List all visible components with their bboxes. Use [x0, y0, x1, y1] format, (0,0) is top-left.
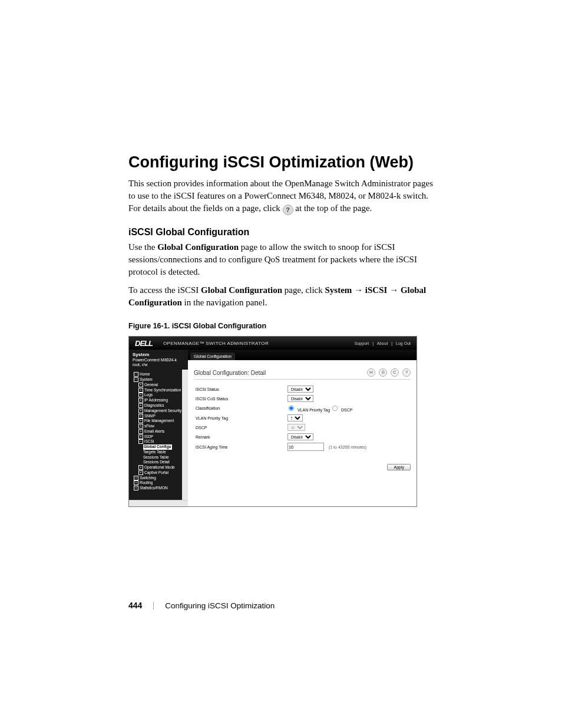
paragraph-1: Use the Global Configuration page to all…	[128, 241, 438, 278]
nav-item[interactable]: +sFlow	[131, 424, 181, 429]
label-cos-status: iSCSI CoS Status	[194, 394, 286, 403]
nav-item[interactable]: +SNMP	[131, 414, 181, 419]
link-support[interactable]: Support	[355, 341, 369, 345]
config-form: iSCSI Status Disable iSCSI CoS Status Di…	[194, 384, 411, 452]
radio-dscp[interactable]	[332, 406, 338, 411]
select-cos-status[interactable]: Disable	[287, 395, 313, 402]
nav-item[interactable]: +Diagnostics	[131, 403, 181, 409]
scrollbar-up[interactable]: ▴	[182, 370, 188, 374]
app-header: DELL OPENMANAGE™ SWITCH ADMINISTRATOR Su…	[129, 337, 416, 350]
help-icon: ?	[283, 205, 293, 215]
nav-item[interactable]: Sessions Detail	[131, 460, 181, 465]
screenshot: DELL OPENMANAGE™ SWITCH ADMINISTRATOR Su…	[128, 336, 417, 507]
nav-item[interactable]: −Home	[131, 372, 181, 377]
dell-logo: DELL	[135, 339, 153, 348]
page-heading: Configuring iSCSI Optimization (Web)	[128, 153, 438, 172]
select-iscsi-status[interactable]: Disable	[287, 386, 313, 393]
tab-bar: Global Configuration	[188, 350, 416, 360]
label-classification: Classification	[194, 403, 286, 413]
radio-vlan-priority[interactable]	[289, 406, 294, 411]
sidebar: System PowerConnect M8024-k root, r/w ▴ …	[129, 350, 188, 506]
scrollbar-horizontal[interactable]	[129, 500, 188, 506]
nav-item[interactable]: +Switching	[131, 476, 181, 481]
page-footer: 444 | Configuring iSCSI Optimization	[128, 601, 275, 610]
scrollbar-down[interactable]: ▾	[182, 495, 188, 500]
subheading: iSCSI Global Configuration	[128, 227, 438, 238]
link-about[interactable]: About	[377, 341, 388, 345]
print-icon[interactable]: ⎙	[379, 368, 387, 377]
page-number: 444	[128, 601, 142, 610]
header-links: Support | About | Log Out	[353, 341, 412, 345]
link-logout[interactable]: Log Out	[396, 341, 411, 345]
nav-item[interactable]: −iSCSI	[131, 439, 181, 444]
nav-item[interactable]: +Statistics/RMON	[131, 486, 181, 491]
label-vlan-priority: VLAN Priority Tag	[194, 413, 286, 423]
save-icon[interactable]: H	[367, 368, 375, 377]
refresh-icon[interactable]: C	[391, 368, 399, 377]
paragraph-2: To access the iSCSI Global Configuration…	[128, 284, 438, 309]
nav-item[interactable]: +File Management	[131, 419, 181, 424]
main-panel: Global Configuration Global Configuratio…	[188, 350, 416, 506]
nav-item[interactable]: +ISDP	[131, 434, 181, 440]
hint-aging-time: (1 to 43200 minutes)	[329, 445, 366, 449]
label-aging-time: iSCSI Aging Time	[194, 442, 286, 452]
help-icon[interactable]: ?	[402, 368, 411, 377]
nav-item[interactable]: +IP Addressing	[131, 398, 181, 403]
select-vlan-priority[interactable]: 5	[287, 414, 303, 421]
nav-item[interactable]: +Email Alerts	[131, 429, 181, 434]
nav-item[interactable]: +Time Synchronization	[131, 388, 181, 393]
nav-item[interactable]: +Captive Portal	[131, 470, 181, 476]
nav-item[interactable]: Sessions Table	[131, 455, 181, 460]
sidebar-header: System PowerConnect M8024-k root, r/w	[129, 350, 188, 370]
tab-global-configuration[interactable]: Global Configuration	[190, 353, 235, 360]
label-iscsi-status: iSCSI Status	[194, 384, 286, 394]
panel-title: Global Configuration: Detail	[194, 370, 266, 376]
label-dscp: DSCP	[194, 423, 286, 432]
nav-item[interactable]: +Logs	[131, 393, 181, 398]
chapter-title: Configuring iSCSI Optimization	[165, 601, 275, 610]
nav-item[interactable]: Targets Table	[131, 450, 181, 455]
select-dscp: 46	[287, 424, 305, 431]
nav-item[interactable]: +Operational Mode	[131, 465, 181, 470]
select-remark[interactable]: Disable	[287, 433, 313, 440]
nav-item[interactable]: +General	[131, 383, 181, 388]
intro-prefix: This section provides information about …	[128, 179, 433, 213]
nav-item[interactable]: Global Configu	[131, 444, 181, 450]
intro-suffix: at the top of the page.	[295, 203, 372, 213]
nav-item[interactable]: +Management Security	[131, 409, 181, 414]
nav-item[interactable]: −System	[131, 377, 181, 383]
label-remark: Remark	[194, 432, 286, 442]
intro-paragraph: This section provides information about …	[128, 177, 438, 215]
apply-button[interactable]: Apply	[387, 464, 411, 470]
product-name: OPENMANAGE™ SWITCH ADMINISTRATOR	[163, 341, 269, 346]
input-aging-time[interactable]	[287, 443, 324, 451]
nav-item[interactable]: +Routing	[131, 480, 181, 486]
nav-tree: −Home−System+General+Time Synchronizatio…	[129, 370, 182, 493]
figure-caption: Figure 16-1. iSCSI Global Configuration	[128, 322, 438, 330]
